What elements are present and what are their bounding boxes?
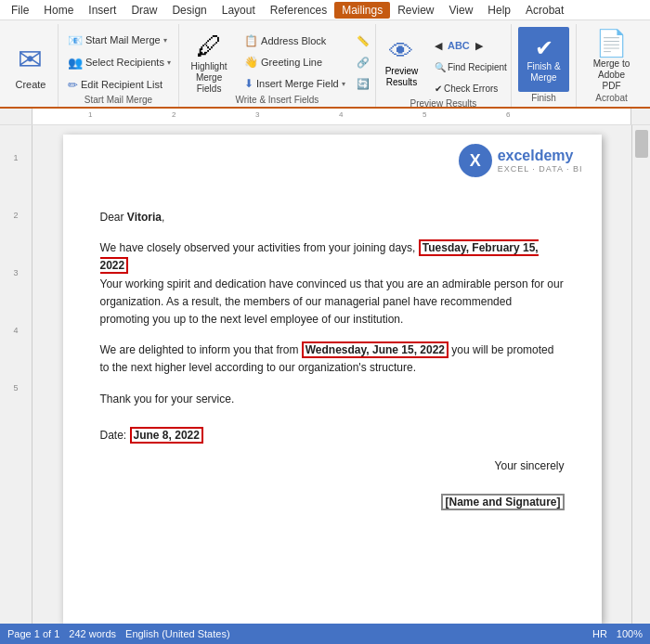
update-labels-icon: 🔄	[357, 78, 370, 90]
greeting-line-icon: 👋	[244, 56, 258, 69]
left-ruler-1: 1	[13, 153, 18, 162]
nav-prev-button[interactable]: ◀	[431, 35, 446, 56]
write-insert-stacked: 📋 Address Block 👋 Greeting Line ⬇ Insert…	[240, 30, 349, 95]
menu-home[interactable]: Home	[36, 2, 81, 19]
menu-mailings[interactable]: Mailings	[334, 2, 390, 19]
check-errors-button[interactable]: ✔ Check Errors	[431, 78, 511, 98]
ribbon-group-write-insert: 🖊 HighlightMerge Fields 📋 Address Block …	[179, 24, 376, 107]
edit-recipient-list-icon: ✏	[68, 78, 78, 92]
ribbon-group-create: ✉ Create	[4, 24, 58, 107]
create-button[interactable]: ✉ Create	[7, 33, 54, 98]
update-labels-button[interactable]: 🔄	[353, 73, 373, 94]
rules-button[interactable]: 📏	[353, 31, 373, 51]
preview-results-icon: 👁	[389, 37, 413, 66]
select-recipients-dropdown: ▾	[167, 58, 171, 67]
menu-bar: File Home Insert Draw Design Layout Refe…	[0, 0, 650, 20]
left-ruler: 1 2 3 4 5	[0, 125, 32, 624]
letter-body: Dear Vitoria, We have closely observed y…	[100, 209, 565, 511]
menu-file[interactable]: File	[4, 2, 36, 19]
language-indicator: English (United States)	[125, 628, 230, 639]
doc-scroll: X exceldemy EXCEL · DATA · BI Dear Vitor…	[32, 125, 631, 624]
menu-help[interactable]: Help	[480, 2, 518, 19]
ribbon-group-finish: ✔ Finish &Merge Finish	[512, 24, 577, 107]
left-ruler-4: 4	[13, 326, 18, 335]
greeting-text: Dear	[100, 211, 127, 224]
ruler-tick-4: 4	[339, 109, 343, 119]
menu-design[interactable]: Design	[164, 2, 214, 19]
left-ruler-2: 2	[13, 211, 18, 220]
start-mail-merge-label: Start Mail Merge	[85, 34, 161, 45]
edit-recipient-list-label: Edit Recipient List	[81, 79, 162, 90]
preview-results-button[interactable]: 👁 PreviewResults	[376, 30, 427, 95]
address-block-button[interactable]: 📋 Address Block	[240, 31, 349, 51]
rules-icon: 📏	[357, 35, 370, 47]
ribbon-group-preview: 👁 PreviewResults ◀ ABC ▶ 🔍 Find Recipien…	[376, 24, 512, 107]
status-bar-right: HR 100%	[592, 628, 643, 639]
ruler-main: 1 2 3 4 5 6	[32, 109, 631, 124]
p3-text: Thank you for your service.	[100, 393, 235, 406]
ruler-tick-6: 6	[506, 109, 510, 119]
menu-layout[interactable]: Layout	[214, 2, 263, 19]
menu-review[interactable]: Review	[390, 2, 441, 19]
find-recipient-button[interactable]: 🔍 Find Recipient	[431, 57, 511, 77]
logo-icon: X	[459, 144, 492, 177]
finish-group-label: Finish	[531, 93, 556, 105]
select-recipients-icon: 👥	[68, 56, 83, 70]
write-insert-group-label: Write & Insert Fields	[235, 95, 318, 107]
ribbon-group-acrobat: 📄 Merge toAdobe PDF Acrobat	[577, 24, 646, 107]
select-recipients-button[interactable]: 👥 Select Recipients ▾	[64, 52, 175, 72]
status-bar: Page 1 of 1 242 words English (United St…	[0, 624, 650, 644]
write-insert-right: 📏 🔗 🔄	[353, 30, 373, 95]
nav-next-button[interactable]: ▶	[472, 35, 487, 56]
logo-name: exceldemy	[498, 148, 583, 164]
menu-references[interactable]: References	[263, 2, 334, 19]
status-bar-left: Page 1 of 1 242 words English (United St…	[7, 628, 230, 639]
highlight-merge-fields-button[interactable]: 🖊 HighlightMerge Fields	[181, 30, 237, 95]
page-indicator: Page 1 of 1	[7, 628, 59, 639]
merge-to-pdf-button[interactable]: 📄 Merge toAdobe PDF	[582, 27, 641, 92]
logo-text-group: exceldemy EXCEL · DATA · BI	[498, 148, 583, 174]
finish-merge-button[interactable]: ✔ Finish &Merge	[518, 27, 569, 92]
nav-count: ABC	[448, 40, 470, 51]
p2-pre: We are delighted to inform you that from	[100, 343, 302, 356]
acrobat-icon: 📄	[595, 28, 628, 58]
ruler-side-right	[631, 109, 650, 124]
check-errors-icon: ✔	[435, 84, 442, 94]
p1-pre: We have closely observed your activities…	[100, 241, 419, 254]
start-mail-merge-icon: 📧	[68, 33, 83, 47]
greeting-line-button[interactable]: 👋 Greeting Line	[240, 52, 349, 72]
start-mail-merge-button[interactable]: 📧 Start Mail Merge ▾	[64, 30, 171, 50]
doc-area: 1 2 3 4 5 X exceldemy EXCEL · DATA · BI …	[0, 125, 650, 624]
closing-2: [Name and Signature]	[100, 494, 565, 511]
match-fields-button[interactable]: 🔗	[353, 52, 373, 72]
date-3: June 8, 2022	[130, 427, 203, 444]
logo-tagline: EXCEL · DATA · BI	[498, 164, 583, 174]
menu-view[interactable]: View	[442, 2, 481, 19]
greeting-comma: ,	[162, 211, 164, 224]
ruler-tick-3: 3	[255, 109, 259, 119]
menu-draw[interactable]: Draw	[124, 2, 164, 19]
select-recipients-label: Select Recipients	[85, 57, 164, 68]
highlight-icon: 🖊	[196, 31, 222, 61]
ribbon-group-start-mail-merge: 📧 Start Mail Merge ▾ 👥 Select Recipients…	[58, 24, 179, 107]
logo-icon-letter: X	[470, 151, 481, 171]
ribbon: ✉ Create 📧 Start Mail Merge ▾ 👥 Select R…	[0, 20, 650, 109]
acrobat-group-label: Acrobat	[595, 93, 627, 105]
insert-merge-field-button[interactable]: ⬇ Insert Merge Field ▾	[240, 73, 349, 94]
preview-nav: ◀ ABC ▶ 🔍 Find Recipient ✔ Check Errors	[431, 30, 511, 98]
find-recipient-icon: 🔍	[435, 62, 446, 72]
paragraph-2: We are delighted to inform you that from…	[100, 341, 565, 377]
ruler-area: 1 2 3 4 5 6	[0, 109, 650, 125]
closing-1: Your sincerely	[100, 457, 565, 475]
menu-acrobat[interactable]: Acrobat	[518, 2, 571, 19]
menu-insert[interactable]: Insert	[81, 2, 124, 19]
signature-placeholder: [Name and Signature]	[441, 494, 564, 510]
recipient-name: Vitoria	[127, 211, 162, 224]
date-2: Wednesday, June 15, 2022	[302, 341, 448, 358]
document-page: X exceldemy EXCEL · DATA · BI Dear Vitor…	[63, 135, 602, 624]
edit-recipient-list-button[interactable]: ✏ Edit Recipient List	[64, 74, 166, 95]
greeting-line-label: Greeting Line	[261, 57, 322, 68]
right-scrollbar[interactable]	[631, 125, 650, 624]
finish-merge-icon: ✔	[535, 35, 553, 61]
insert-merge-field-icon: ⬇	[244, 77, 254, 90]
